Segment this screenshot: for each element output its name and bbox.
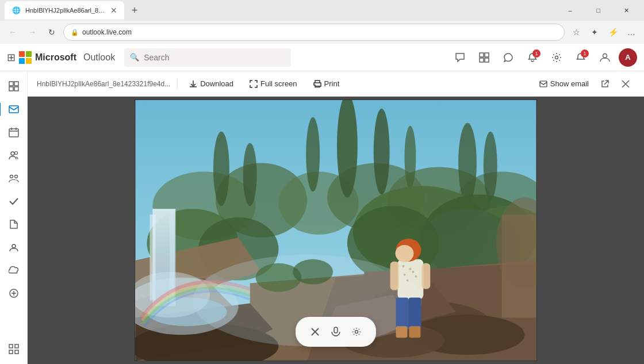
svg-point-9 (603, 53, 607, 58)
new-tab-button[interactable]: + (126, 2, 143, 18)
svg-point-41 (243, 143, 257, 206)
download-icon (189, 80, 197, 88)
sidebar-item-mail[interactable] (3, 99, 24, 120)
topnav-actions: 1 1 A (450, 47, 637, 68)
calendar-icon (9, 127, 19, 137)
tab-favicon: 🌐 (12, 6, 21, 15)
svg-point-20 (12, 244, 16, 248)
svg-point-37 (404, 126, 416, 189)
favorites-button[interactable]: ☆ (568, 24, 584, 40)
search-input[interactable] (144, 53, 285, 62)
close-control-button[interactable] (305, 321, 325, 342)
sidebar-item-people[interactable] (3, 145, 24, 166)
toolbar-actions: Show email (535, 75, 635, 93)
image-filename: HnbIBlYHJ2pIlkAe86arl_8e1423321f9e4d... (37, 80, 170, 88)
sidebar-item-tasks[interactable] (3, 191, 24, 212)
tab-close-button[interactable]: ✕ (110, 6, 117, 15)
tab-title: HnbIBlYHJ2pIlkAe86arl_8e1423321f9e4d... (25, 7, 106, 14)
help-badge: 1 (581, 49, 589, 58)
sidebar-item-files[interactable] (3, 214, 24, 235)
chat-button[interactable] (450, 47, 470, 68)
svg-point-89 (355, 331, 358, 334)
refresh-button[interactable]: ↻ (44, 24, 60, 40)
show-email-label: Show email (550, 79, 589, 88)
sidebar-item-cloud[interactable] (3, 260, 24, 281)
apps-icon (9, 288, 19, 298)
browser-settings-button[interactable]: … (623, 24, 639, 40)
minimize-button[interactable]: – (557, 1, 583, 20)
active-tab[interactable]: 🌐 HnbIBlYHJ2pIlkAe86arl_8e1423321f9e4d..… (5, 1, 124, 20)
svg-rect-24 (9, 350, 13, 354)
svg-point-17 (14, 152, 17, 155)
svg-rect-4 (480, 53, 484, 57)
feedback-button[interactable] (498, 47, 519, 68)
settings-button[interactable] (546, 47, 567, 68)
svg-point-8 (555, 56, 558, 59)
main-area: HnbIBlYHJ2pIlkAe86arl_8e1423321f9e4d... … (0, 71, 644, 364)
brand-name: Microsoft (35, 52, 76, 63)
extensions-button[interactable]: ⚡ (605, 24, 621, 40)
svg-rect-83 (421, 263, 430, 289)
search-box[interactable]: 🔍 (124, 48, 291, 67)
svg-point-77 (415, 275, 417, 278)
mail-icon (9, 104, 19, 114)
svg-point-70 (293, 259, 333, 285)
svg-point-18 (10, 175, 13, 178)
sidebar-item-teams[interactable] (3, 168, 24, 189)
close-button[interactable]: ✕ (614, 1, 639, 20)
svg-point-76 (406, 279, 408, 282)
maximize-button[interactable]: □ (585, 1, 611, 20)
mic-control-button[interactable] (325, 321, 346, 342)
toolbar-separator (177, 78, 178, 90)
email-icon (539, 80, 547, 88)
more-icon (9, 344, 19, 354)
svg-rect-26 (540, 81, 547, 87)
fullscreen-button[interactable]: Full screen (245, 77, 302, 90)
close-viewer-button[interactable] (616, 75, 635, 93)
sidebar-item-more[interactable] (3, 339, 24, 359)
sidebar-item-grid[interactable] (3, 76, 24, 97)
user-avatar[interactable]: A (619, 48, 637, 67)
print-button[interactable]: Print (309, 77, 344, 90)
image-display (28, 97, 644, 364)
svg-rect-14 (9, 106, 18, 113)
sidebar-item-contacts[interactable] (3, 237, 24, 258)
sidebar-item-calendar[interactable] (3, 122, 24, 143)
files-icon (9, 219, 19, 229)
person-button[interactable] (595, 47, 615, 68)
person-icon (599, 52, 611, 63)
svg-point-19 (14, 175, 17, 178)
address-bar[interactable]: 🔒 outlook.live.com (63, 24, 565, 41)
mic-icon (331, 327, 341, 337)
close-viewer-icon (622, 80, 630, 88)
outlook-app: ⊞ Microsoft Outlook 🔍 (0, 44, 644, 364)
fullscreen-icon (250, 80, 258, 88)
chat-icon (455, 52, 465, 63)
collections-button[interactable]: ✦ (586, 24, 603, 40)
svg-rect-82 (390, 262, 399, 290)
svg-rect-12 (9, 87, 13, 91)
image-toolbar: HnbIBlYHJ2pIlkAe86arl_8e1423321f9e4d... … (28, 71, 644, 97)
svg-rect-3 (26, 58, 32, 64)
download-button[interactable]: Download (185, 77, 238, 90)
sidebar (0, 71, 28, 364)
feedback-icon (503, 52, 513, 63)
grid-icon[interactable]: ⊞ (7, 51, 16, 64)
svg-rect-1 (26, 51, 32, 57)
help-button[interactable]: 1 (570, 47, 591, 68)
grid-view-icon (479, 52, 489, 63)
sidebar-item-apps[interactable] (3, 283, 24, 304)
show-email-button[interactable]: Show email (535, 77, 593, 90)
settings-control-button[interactable] (346, 321, 367, 342)
settings-control-icon (352, 327, 361, 336)
svg-rect-25 (15, 350, 18, 354)
svg-rect-7 (485, 58, 489, 62)
svg-point-35 (374, 109, 390, 194)
grid-view-button[interactable] (474, 47, 494, 68)
svg-rect-5 (485, 53, 489, 57)
popout-button[interactable] (596, 75, 614, 93)
print-label: Print (324, 79, 340, 88)
notifications-button[interactable]: 1 (522, 47, 543, 68)
search-icon: 🔍 (130, 53, 139, 62)
svg-point-38 (458, 123, 477, 203)
